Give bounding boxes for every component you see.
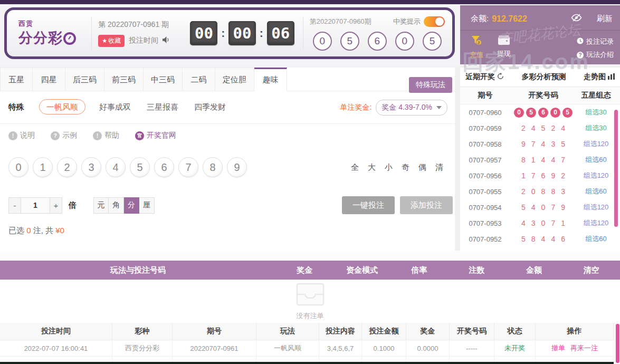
cart-col-header[interactable]: 清空 [562, 265, 620, 275]
help-link[interactable]: !说明 [8, 131, 35, 140]
number-ball-4[interactable]: 4 [106, 157, 126, 177]
main-tab-5[interactable]: 中三码 [144, 68, 183, 91]
orders-partial-cell [0, 357, 112, 362]
orders-table: 投注时间彩种期号玩法投注内容投注金额奖金开奖号码状态操作 2022-07-07 … [0, 323, 614, 362]
speaker-icon[interactable] [163, 36, 170, 45]
results-panel: 近期开奖 多彩分析预测 走势图 期号 开奖号码 五星组态 0707-096005… [460, 68, 620, 251]
subnav-item[interactable]: 四季发财 [194, 102, 226, 111]
help-link[interactable]: !帮助 [93, 131, 119, 140]
special-plays-button[interactable]: 特殊玩法 [409, 77, 452, 93]
quick-filter[interactable]: 奇 [402, 162, 409, 173]
result-digit: 4 [541, 235, 546, 243]
main-tab-list: 五星四星后三码前三码中三码二码定位胆趣味 [0, 68, 455, 91]
orders-partial-cell [450, 357, 494, 362]
main-tab-7[interactable]: 定位胆 [215, 68, 254, 91]
add-bet-button[interactable]: 添加投注 [400, 196, 453, 214]
main-tab-3[interactable]: 后三码 [65, 68, 104, 91]
help-link[interactable]: ?示例 [51, 131, 77, 140]
tab-trend-chart[interactable]: 走势图 [584, 72, 615, 82]
quick-filter[interactable]: 大 [368, 162, 376, 173]
minus-button[interactable]: - [8, 197, 21, 214]
orders-partial-cell [536, 357, 614, 362]
result-ball: 5 [526, 108, 536, 118]
order-cell-time: 2022-07-07 16:00:41 [0, 340, 112, 356]
orders-col-header: 投注内容 [319, 323, 362, 340]
sidebar-scrollbar[interactable] [614, 110, 618, 227]
play-intro-link[interactable]: ? 玩法介绍 [577, 50, 614, 60]
number-ball-3[interactable]: 3 [81, 157, 101, 177]
number-ball-6[interactable]: 6 [154, 157, 174, 177]
number-ball-1[interactable]: 1 [33, 157, 53, 177]
group-type-link[interactable]: 组选60 [576, 187, 616, 196]
subnav-item[interactable]: 一帆风顺 [39, 99, 85, 114]
group-type-link[interactable]: 组选60 [576, 234, 616, 244]
result-row: 0707-095617692组选120 [460, 168, 620, 184]
number-ball-0[interactable]: 0 [8, 157, 28, 177]
number-ball-7[interactable]: 7 [178, 157, 198, 177]
orders-partial-cell [319, 357, 362, 362]
tab-recent-draws[interactable]: 近期开奖 [465, 72, 504, 82]
bet-time-label: 投注时间 [129, 36, 158, 45]
result-digit: 0 [531, 187, 536, 196]
number-ball-9[interactable]: 9 [227, 157, 247, 177]
main-tab-8[interactable]: 趣味 [254, 68, 287, 91]
last-number-ball: 0 [313, 32, 332, 51]
refresh-icon[interactable] [497, 73, 504, 81]
result-issue: 0707-0954 [460, 204, 510, 212]
plus-button[interactable]: + [50, 197, 62, 214]
group-type-link[interactable]: 组选30 [576, 123, 616, 133]
favorite-button[interactable]: ★收藏 [98, 35, 125, 47]
orders-scrollbar[interactable] [616, 324, 619, 363]
main-tab-1[interactable]: 五星 [0, 68, 33, 91]
group-type-link[interactable]: 组选120 [576, 203, 616, 212]
last-issue-label: 第20220707-0960期 [310, 17, 371, 26]
empty-text: 没有注单 [297, 311, 324, 321]
main-tab-2[interactable]: 四星 [33, 68, 65, 91]
quick-filter[interactable]: 小 [385, 162, 393, 173]
unit-option[interactable]: 分 [124, 197, 139, 214]
win-tip-toggle[interactable] [424, 16, 445, 27]
quick-filter[interactable]: 全 [351, 162, 359, 173]
number-ball-2[interactable]: 2 [57, 157, 77, 177]
group-type-link[interactable]: 组选120 [576, 139, 616, 149]
quick-filter[interactable]: 偶 [418, 162, 426, 173]
group-type-link[interactable]: 组选120 [576, 171, 616, 180]
subnav-item[interactable]: 好事成双 [99, 102, 131, 111]
unit-option[interactable]: 角 [109, 197, 124, 214]
withdraw-button[interactable]: 提现 [497, 35, 511, 60]
bet-again-link[interactable]: 再来一注 [570, 343, 598, 353]
main-tab-6[interactable]: 二码 [183, 68, 215, 91]
result-digit: 1 [531, 156, 536, 164]
number-ball-8[interactable]: 8 [203, 157, 223, 177]
tab-analysis[interactable]: 多彩分析预测 [522, 72, 566, 82]
refresh-balance-button[interactable]: 刷新 [597, 14, 613, 24]
quick-filter[interactable]: 清 [435, 162, 443, 173]
result-numbers: 43071 [510, 219, 576, 227]
result-digit: 1 [521, 171, 526, 180]
eye-off-icon[interactable] [571, 14, 582, 24]
recharge-button[interactable]: 充值 [470, 35, 483, 60]
official-site-link[interactable]: 官开奖官网 [135, 131, 176, 140]
cart-col-header: 注数 [448, 265, 505, 275]
result-digit: 4 [551, 156, 555, 164]
multiplier-value[interactable]: 1 [21, 197, 50, 214]
main-tab-4[interactable]: 前三码 [104, 68, 144, 91]
subnav-items: 一帆风顺好事成双三星报喜四季发财 [39, 102, 242, 112]
result-row: 0707-095520883组选60 [460, 184, 620, 199]
unit-option[interactable]: 厘 [139, 197, 155, 214]
bet-records-link[interactable]: 投注记录 [577, 37, 614, 46]
result-digit: 7 [551, 219, 555, 227]
cart-header: 玩法与投注号码奖金资金模式倍率注数金额清空 [0, 261, 620, 280]
order-status: 未开奖 [494, 340, 536, 356]
subnav-item[interactable]: 三星报喜 [147, 102, 178, 111]
group-type-link[interactable]: 组选60 [576, 155, 616, 165]
result-ball: 5 [562, 108, 573, 118]
group-type-link[interactable]: 组选120 [576, 218, 616, 228]
number-ball-5[interactable]: 5 [130, 157, 150, 177]
quick-bet-button[interactable]: 一键投注 [342, 196, 395, 214]
result-row: 0707-096005605组选30 [460, 104, 620, 120]
cancel-bet-link[interactable]: 撤单 [551, 343, 565, 353]
group-type-link[interactable]: 组选30 [576, 108, 616, 117]
unit-option[interactable]: 元 [93, 197, 109, 214]
prize-select[interactable]: 奖金 4.39-7.0% [376, 100, 447, 116]
